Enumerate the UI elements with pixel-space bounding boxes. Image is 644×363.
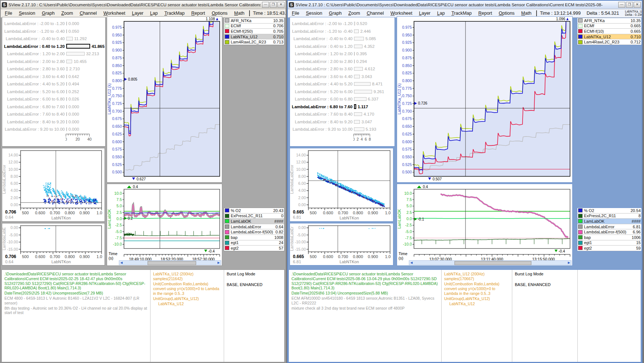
strip-chart[interactable]: 10.07.55.02.50.0-2.5-5.0-7.5-10.0LamLabO… — [397, 184, 572, 265]
strip-chart[interactable]: 10.07.55.02.50.0-2.5-5.0-7.5-10.0LamLabO… — [107, 184, 222, 265]
scroll-thumb[interactable] — [454, 261, 531, 265]
legend-row-labntka-u12[interactable]: LabNTKa_U120.710 — [577, 34, 641, 40]
menu-channel[interactable]: Channel — [363, 10, 387, 17]
title-bar[interactable]: SSView 2.17.10 : C:\Users\Public\Documen… — [1, 1, 286, 9]
legend-row-expressl2c-r11[interactable]: ExPressL2C_R110 — [224, 214, 284, 219]
histogram-row[interactable]: LambdaLabError : -2.00 to -1.200.520 — [290, 20, 394, 28]
time-scrollbar[interactable]: ◀▶ — [119, 260, 221, 265]
menu-options[interactable]: Options — [208, 10, 231, 17]
histogram-row[interactable]: LambdaLabError : 6.80 to 7.600.000 — [2, 103, 105, 111]
histogram-row[interactable]: LambdaLabError : -0.40 to 0.4011.292 — [2, 35, 105, 43]
menu-lap[interactable]: Lap — [147, 10, 161, 17]
histogram-row[interactable]: LambdaLabError : 0.40 to 1.2041.865 — [2, 43, 105, 50]
legend-row-expressl2c-r11[interactable]: ExPressL2C_R118 — [577, 214, 641, 219]
scatter-chart[interactable]: 14.0012.0010.008.006.004.002.000.00Lambd… — [2, 148, 105, 221]
menu-graph[interactable]: Graph — [39, 10, 58, 17]
histogram-row[interactable]: LambdaLabError : 2.00 to 2.8010.455 — [2, 58, 105, 66]
legend-row-afr-ntka[interactable]: AFR_NTKa10.35 — [577, 18, 641, 24]
scroll-thumb[interactable] — [148, 261, 196, 265]
main-chart[interactable]: 0.9750.9500.9250.9000.8750.8500.8250.800… — [107, 17, 222, 182]
menu-math[interactable]: Math — [231, 10, 248, 17]
legend-row-lambdalaberror-f-500-[interactable]: LambdaLabError-f(500)0.82 — [224, 229, 284, 235]
histogram-row[interactable]: LambdaLabError : 2.80 to 3.604.612 — [290, 65, 394, 73]
histogram-row[interactable]: LambdaLabError : 0.40 to 1.204.352 — [290, 43, 394, 50]
histogram-row[interactable]: LambdaLabError : 3.60 to 4.403.043 — [290, 73, 394, 81]
legend-row-lam4rawl2c-r23[interactable]: Lam4RawL2C_R230.713 — [224, 39, 284, 45]
legend-row-ecmf-f-10-[interactable]: ECMf-f(10)0.665 — [577, 29, 641, 34]
histogram-row[interactable]: LambdaLabError : 8.40 to 9.203.047 — [290, 118, 394, 126]
menu-layer[interactable]: Layer — [415, 10, 434, 17]
legend-row-egt1[interactable]: egt124 — [224, 240, 284, 246]
histogram-row[interactable]: LambdaLabError : 4.40 to 5.200.494 — [2, 80, 105, 88]
menu-lap[interactable]: Lap — [434, 10, 448, 17]
histogram-row[interactable]: LambdaLabError : -2.00 to -1.200.000 — [2, 20, 105, 28]
legend-row-lamlabok[interactable]: LamLabOK#### — [224, 219, 284, 224]
close-button[interactable]: ✕ — [277, 2, 284, 8]
scatter-chart[interactable]: 0.00-5.00-10.00-15.00LambdaLabEr5000.600… — [290, 223, 393, 265]
legend-row-lambdalaberror[interactable]: LambdaLabError0.64 — [224, 224, 284, 230]
histogram-row[interactable]: LambdaLabError : 6.00 to 6.806.337 — [290, 95, 394, 103]
histogram-row[interactable]: LambdaLabError : 2.80 to 3.602.710 — [2, 65, 105, 73]
menu-graph[interactable]: Graph — [326, 10, 345, 17]
histogram-row[interactable]: LambdaLabError : 9.20 to 10.005.193 — [290, 126, 394, 133]
scatter-chart[interactable]: 0.00-5.00-10.00-15.00LambdaLabE5000.6000… — [2, 223, 105, 265]
main-chart[interactable]: 0.9750.9500.9250.9000.8750.8500.8250.800… — [397, 17, 572, 182]
menu-options[interactable]: Options — [495, 10, 518, 17]
histogram-row[interactable]: LambdaLabError : 7.60 to 8.404.170 — [290, 110, 394, 118]
menu-session[interactable]: Session — [15, 10, 38, 17]
legend-row-ecmf-f-250-[interactable]: ECMf-f(250)0.705 — [224, 29, 284, 34]
legend-row--o2[interactable]: % O220.43 — [224, 208, 284, 214]
scroll-right-arrow[interactable]: ▶ — [567, 261, 571, 265]
histogram-row[interactable]: LambdaLabError : 5.20 to 6.000.252 — [2, 88, 105, 96]
menu-file[interactable]: File — [1, 10, 15, 17]
histogram-row[interactable]: LambdaLabError : 1.20 to 2.0032.213 — [2, 50, 105, 58]
menu-math[interactable]: Math — [518, 10, 535, 17]
histogram-row[interactable]: LambdaLabError : 6.00 to 6.800.026 — [2, 95, 105, 103]
histogram-row[interactable]: LambdaLabError : 6.80 to 7.601.117 — [290, 103, 394, 111]
histogram-row[interactable]: LambdaLabError : 3.60 to 4.400.642 — [2, 73, 105, 81]
menu-file[interactable]: File — [289, 10, 302, 17]
legend-row-lambdalaberror[interactable]: LambdaLabError6.81 — [577, 224, 641, 230]
minimize-button[interactable]: — — [618, 2, 625, 8]
menu-trackmap[interactable]: TrackMap — [161, 10, 188, 17]
legend-row-afr-ntka[interactable]: AFR_NTKa10.35 — [224, 18, 284, 24]
legend-row-bap[interactable]: bap1006 — [577, 235, 641, 240]
scatter-chart[interactable]: 14.0012.0010.008.006.004.002.000.00Lambd… — [290, 148, 393, 221]
legend-row--o2[interactable]: % O220.54 — [577, 208, 641, 214]
legend-row-egt2[interactable]: egt259 — [577, 246, 641, 251]
close-button[interactable]: ✕ — [634, 2, 641, 8]
scroll-left-arrow[interactable]: ◀ — [119, 261, 124, 265]
legend-row-lamlabok[interactable]: LamLabOK#### — [577, 219, 641, 224]
scroll-right-arrow[interactable]: ▶ — [216, 261, 221, 265]
legend-row-ecmf[interactable]: ECMf0.665 — [577, 24, 641, 29]
title-bar[interactable]: SSView 2.17.10 : C:\Users\Public\Documen… — [288, 1, 642, 9]
scroll-left-arrow[interactable]: ◀ — [409, 261, 414, 265]
histogram-row[interactable]: LambdaLabError : 1.20 to 2.000.395 — [290, 50, 394, 58]
legend-row-lam4rawl2c-r23[interactable]: Lam4RawL2C_R230.712 — [577, 39, 641, 45]
histogram-row[interactable]: LambdaLabError : -1.20 to -0.400.050 — [2, 28, 105, 35]
maximize-button[interactable]: ❐ — [270, 2, 277, 8]
legend-row-labntka-u12[interactable]: LabNTKa_U120.710 — [224, 34, 284, 40]
menu-report[interactable]: Report — [475, 10, 496, 17]
histogram-row[interactable]: LambdaLabError : 4.40 to 5.208.471 — [290, 80, 394, 88]
histogram-row[interactable]: LambdaLabError : 8.40 to 9.200.000 — [2, 118, 105, 126]
menu-worksheet[interactable]: Worksheet — [100, 10, 129, 17]
legend-row-ecmf[interactable]: ECMf0.706 — [224, 24, 284, 29]
legend-row-bap[interactable]: bap1008 — [224, 235, 284, 240]
legend-row-egt1[interactable]: egt115 — [577, 240, 641, 246]
time-scrollbar[interactable]: ◀▶ — [409, 260, 572, 265]
legend-row-lambdalaberror-f-500-[interactable]: LambdaLabError-f(500)6.96 — [577, 229, 641, 235]
legend-row-egt2[interactable]: egt257 — [224, 246, 284, 251]
histogram-row[interactable]: LambdaLabError : 7.60 to 8.400.000 — [2, 110, 105, 118]
histogram-row[interactable]: LambdaLabError : -1.20 to -0.402.446 — [290, 28, 394, 35]
menu-layer[interactable]: Layer — [128, 10, 146, 17]
histogram-row[interactable]: LambdaLabError : -0.40 to 0.405.085 — [290, 35, 394, 43]
menu-report[interactable]: Report — [188, 10, 209, 17]
menu-zoom[interactable]: Zoom — [345, 10, 363, 17]
menu-channel[interactable]: Channel — [76, 10, 100, 17]
histogram-row[interactable]: LambdaLabError : 9.20 to 10.000.000 — [2, 126, 105, 133]
menu-zoom[interactable]: Zoom — [58, 10, 76, 17]
minimize-button[interactable]: — — [262, 2, 269, 8]
menu-worksheet[interactable]: Worksheet — [387, 10, 416, 17]
menu-session[interactable]: Session — [302, 10, 325, 17]
